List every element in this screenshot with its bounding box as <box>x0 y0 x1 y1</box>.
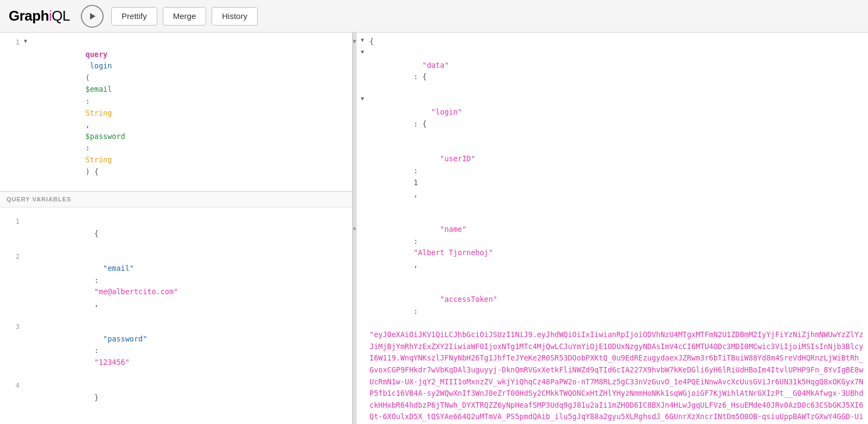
merge-button[interactable]: Merge <box>163 7 207 26</box>
var-line-3: 3 "password" : "123456" <box>0 321 352 380</box>
logo-text-graph: Graph <box>9 8 49 24</box>
logo-text-ql: QL <box>52 8 70 24</box>
response-panel[interactable]: ▼ { ▼ "data" : { ▼ "login" : { <box>356 33 868 424</box>
var-line-1: 1 { <box>0 216 352 251</box>
variables-editor[interactable]: 1 { 2 "email" : "me@albertcito.com" <box>0 207 352 424</box>
variables-code: 1 { 2 "email" : "me@albertcito.com" <box>0 212 352 420</box>
divider-icon: ▼ <box>352 38 358 45</box>
query-code: 1 ▼ query login ( $email : String , $pas… <box>0 33 352 192</box>
resp-line-login: ▼ "login" : { <box>356 94 868 141</box>
resp-line-open: ▼ { <box>356 36 868 48</box>
resp-line-data: ▼ "data" : { <box>356 48 868 94</box>
resp-line-name: "name" : "Albert Tjornehoj" , <box>356 212 868 282</box>
query-editor[interactable]: 1 ▼ query login ( $email : String , $pas… <box>0 33 352 192</box>
svg-marker-0 <box>90 13 95 20</box>
prettify-button[interactable]: Prettify <box>111 7 157 26</box>
play-icon <box>88 12 97 21</box>
response-code: ▼ { ▼ "data" : { ▼ "login" : { <box>356 33 868 424</box>
main-area: 1 ▼ query login ( $email : String , $pas… <box>0 33 868 424</box>
vertical-divider[interactable]: ▼ <box>353 33 356 424</box>
resp-line-userid: "userID" : 1 , <box>356 142 868 212</box>
resp-line-token-key: "accessToken" : <box>356 282 868 329</box>
resp-line-token-val: "eyJ0eXAiOiJKV1QiLCJhbGciOiJSUzI1NiJ9.ey… <box>356 329 868 424</box>
query-line-1: 1 ▼ query login ( $email : String , $pas… <box>0 37 352 189</box>
var-line-2: 2 "email" : "me@albertcito.com" , <box>0 251 352 322</box>
left-panel: 1 ▼ query login ( $email : String , $pas… <box>0 33 353 424</box>
query-variables-section: QUERY VARIABLES 1 { 2 "email <box>0 192 352 424</box>
execute-button[interactable] <box>81 5 104 28</box>
var-line-4: 4 } <box>0 380 352 415</box>
app-logo: GraphiQL <box>9 8 70 24</box>
query-variables-header: QUERY VARIABLES <box>0 192 352 207</box>
history-button[interactable]: History <box>212 7 258 26</box>
toolbar: GraphiQL Prettify Merge History <box>0 0 868 33</box>
